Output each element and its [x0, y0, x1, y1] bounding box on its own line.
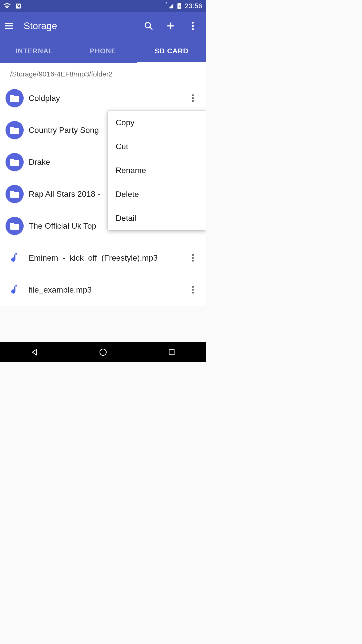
svg-rect-2 — [179, 3, 180, 4]
svg-rect-35 — [169, 350, 174, 355]
folder-icon — [6, 121, 24, 139]
item-name: Eminem_-_kick_off_(Freestyle).mp3 — [29, 253, 185, 263]
svg-point-33 — [192, 292, 194, 294]
plus-icon — [166, 21, 175, 30]
folder-icon — [6, 217, 24, 235]
list-item[interactable]: Coldplay — [0, 82, 206, 114]
svg-point-10 — [192, 22, 194, 24]
search-icon — [144, 21, 153, 30]
circle-home-icon — [99, 348, 107, 356]
tab-sdcard[interactable]: SD CARD — [137, 40, 206, 63]
app-notification-icon — [15, 3, 22, 9]
music-icon — [6, 281, 24, 299]
app-bar: Storage — [0, 12, 206, 40]
divider — [29, 306, 199, 306]
wifi-icon — [4, 3, 11, 9]
item-more-button[interactable] — [185, 286, 200, 294]
svg-point-32 — [192, 289, 194, 291]
system-nav-bar — [0, 342, 206, 362]
context-menu: Copy Cut Rename Delete Detail — [108, 111, 206, 230]
item-more-button[interactable] — [185, 94, 200, 102]
overflow-button[interactable] — [182, 22, 204, 30]
menu-button[interactable] — [0, 23, 18, 29]
context-copy[interactable]: Copy — [108, 111, 206, 135]
context-rename[interactable]: Rename — [108, 158, 206, 182]
hamburger-icon — [5, 23, 13, 29]
svg-rect-3 — [5, 23, 13, 24]
context-detail[interactable]: Detail — [108, 206, 206, 230]
status-left — [4, 3, 22, 9]
square-recent-icon — [168, 348, 175, 356]
app-title: Storage — [18, 21, 138, 31]
svg-point-11 — [192, 25, 194, 27]
add-button[interactable] — [160, 21, 182, 30]
svg-point-6 — [145, 23, 151, 28]
svg-point-30 — [192, 260, 194, 262]
list-item[interactable]: file_example.mp3 — [0, 274, 206, 306]
svg-point-13 — [192, 94, 194, 96]
tab-phone[interactable]: PHONE — [69, 40, 137, 63]
more-vert-icon — [192, 22, 194, 30]
more-vert-icon — [192, 94, 194, 102]
svg-point-34 — [100, 349, 106, 355]
current-path: /Storage/9016-4EF8/mp3/folder2 — [0, 63, 206, 82]
signal-icon: R — [168, 3, 174, 9]
folder-icon — [6, 89, 24, 107]
more-vert-icon — [192, 286, 194, 294]
nav-back-button[interactable] — [19, 348, 50, 356]
storage-tabs: INTERNAL PHONE SD CARD — [0, 40, 206, 63]
svg-line-7 — [150, 27, 153, 30]
battery-charging-icon — [177, 3, 181, 9]
folder-icon — [6, 153, 24, 171]
svg-point-28 — [192, 254, 194, 256]
status-right: R 23:56 — [168, 2, 202, 10]
svg-point-29 — [192, 257, 194, 259]
svg-rect-5 — [5, 28, 13, 29]
more-vert-icon — [192, 254, 194, 262]
item-name: file_example.mp3 — [29, 285, 185, 295]
nav-home-button[interactable] — [88, 348, 118, 356]
nav-recent-button[interactable] — [157, 348, 187, 356]
music-icon — [6, 249, 24, 267]
context-cut[interactable]: Cut — [108, 135, 206, 158]
list-item[interactable]: Eminem_-_kick_off_(Freestyle).mp3 — [0, 242, 206, 274]
search-button[interactable] — [138, 21, 160, 30]
tab-internal[interactable]: INTERNAL — [0, 40, 69, 63]
svg-rect-4 — [5, 25, 13, 26]
svg-point-15 — [192, 100, 194, 102]
item-name: Coldplay — [29, 94, 185, 103]
folder-icon — [6, 185, 24, 203]
svg-point-12 — [192, 28, 194, 30]
triangle-back-icon — [30, 348, 39, 356]
status-clock: 23:56 — [185, 2, 202, 10]
svg-point-14 — [192, 97, 194, 99]
status-bar: R 23:56 — [0, 0, 206, 12]
svg-point-31 — [192, 286, 194, 288]
context-delete[interactable]: Delete — [108, 182, 206, 206]
item-more-button[interactable] — [185, 254, 200, 262]
